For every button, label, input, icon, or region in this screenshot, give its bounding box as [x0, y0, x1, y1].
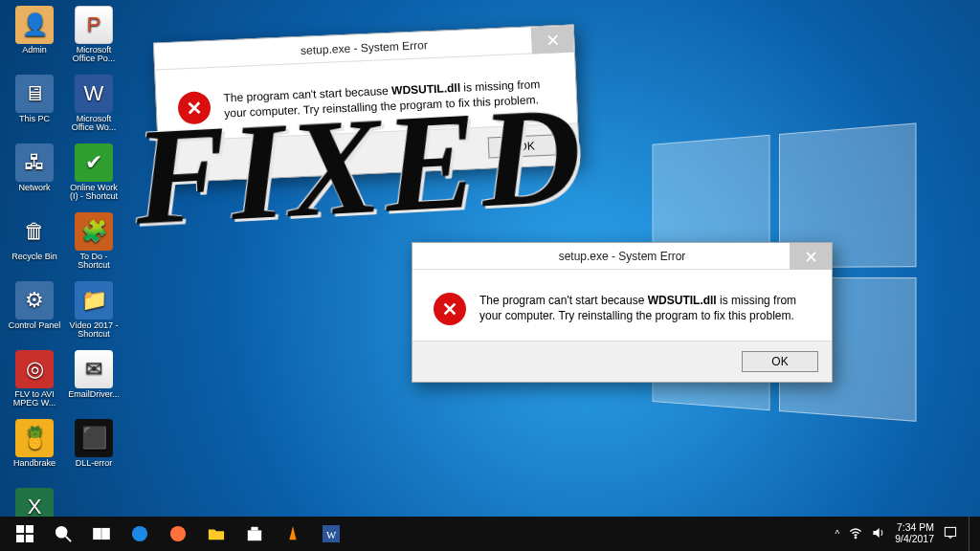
folder-icon: [208, 525, 225, 542]
svg-point-13: [855, 537, 856, 538]
svg-point-7: [132, 526, 147, 541]
dialog2-ok-button[interactable]: OK: [742, 351, 818, 372]
desktop-icon-todo[interactable]: 🧩To Do - Shortcut: [65, 212, 122, 279]
close-icon: [806, 252, 816, 262]
task-view-icon: [93, 525, 110, 542]
tray-chevron-icon[interactable]: ^: [835, 529, 839, 540]
system-tray: ^ 7:34 PM 9/4/2017: [835, 522, 963, 544]
tray-action-center-icon[interactable]: [944, 526, 957, 541]
desktop-icon-emaildriver[interactable]: ✉EmailDriver...: [65, 350, 122, 417]
svg-rect-6: [102, 529, 109, 540]
svg-rect-1: [26, 525, 33, 533]
dialog2-title: setup.exe - System Error: [559, 250, 686, 263]
desktop-icon-grid: 👤Admin PMicrosoft Office Po... 🖥This PC …: [6, 6, 122, 551]
taskbar-app-firefox[interactable]: [159, 517, 197, 551]
edge-icon: [131, 525, 148, 542]
svg-point-4: [56, 527, 67, 538]
show-desktop-button[interactable]: [969, 517, 974, 551]
taskbar-app-word[interactable]: W: [312, 517, 350, 551]
dialog1-close-button[interactable]: [531, 26, 574, 55]
search-icon: [55, 525, 72, 542]
speaker-icon: [872, 526, 885, 540]
desktop-icon-powerpoint[interactable]: PMicrosoft Office Po...: [65, 6, 122, 73]
desktop-icon-handbrake[interactable]: 🍍Handbrake: [6, 419, 63, 486]
tray-volume-icon[interactable]: [872, 526, 885, 541]
tray-date: 9/4/2017: [895, 534, 934, 545]
taskbar-app-file-explorer[interactable]: [197, 517, 235, 551]
svg-rect-5: [94, 529, 100, 540]
error-icon: [434, 293, 466, 325]
desktop-icon-this-pc[interactable]: 🖥This PC: [6, 75, 63, 142]
svg-rect-0: [16, 525, 24, 533]
desktop-icon-network[interactable]: 🖧Network: [6, 143, 63, 210]
desktop-icon-online-work[interactable]: ✔Online Work (I) - Shortcut: [65, 143, 122, 210]
tray-network-icon[interactable]: [849, 526, 862, 541]
vlc-icon: [284, 525, 301, 542]
svg-rect-10: [251, 527, 257, 531]
wifi-icon: [849, 526, 862, 540]
error-icon: [177, 91, 211, 124]
firefox-icon: [169, 525, 187, 542]
start-button[interactable]: [6, 517, 44, 551]
tray-clock[interactable]: 7:34 PM 9/4/2017: [895, 522, 934, 544]
desktop-icon-dll-error[interactable]: ⬛DLL-error: [65, 419, 122, 486]
dialog2-body: The program can't start because WDSUTIL.…: [412, 270, 832, 341]
svg-rect-14: [945, 527, 955, 536]
task-view-button[interactable]: [82, 517, 121, 551]
desktop-icon-flv-to-avi[interactable]: ◎FLV to AVI MPEG W...: [6, 350, 63, 417]
close-icon: [547, 34, 558, 45]
taskbar: W ^ 7:34 PM 9/4/2017: [0, 517, 980, 551]
taskbar-app-edge[interactable]: [121, 517, 159, 551]
desktop-icon-admin[interactable]: 👤Admin: [6, 6, 63, 73]
dialog1-ok-button[interactable]: OK: [488, 134, 566, 158]
svg-rect-3: [26, 535, 33, 542]
error-dialog-1[interactable]: setup.exe - System Error The program can…: [153, 24, 580, 183]
desktop-icon-recycle-bin[interactable]: 🗑Recycle Bin: [6, 212, 63, 279]
error-dialog-2[interactable]: setup.exe - System Error The program can…: [412, 242, 833, 383]
windows-logo-icon: [16, 525, 33, 542]
desktop-icon-control-panel[interactable]: ⚙Control Panel: [6, 281, 63, 348]
svg-rect-9: [248, 530, 261, 540]
svg-rect-2: [16, 535, 24, 542]
dialog2-close-button[interactable]: [790, 243, 832, 270]
dialog1-title: setup.exe - System Error: [301, 38, 428, 57]
dialog2-message: The program can't start because WDSUTIL.…: [479, 293, 811, 325]
store-icon: [246, 525, 263, 542]
dialog1-message: The program can't start because WDSUTIL.…: [223, 76, 555, 122]
word-icon: W: [323, 525, 340, 542]
taskbar-app-vlc[interactable]: [274, 517, 312, 551]
desktop-icon-word[interactable]: WMicrosoft Office Wo...: [65, 75, 122, 142]
search-button[interactable]: [44, 517, 82, 551]
svg-point-8: [170, 526, 186, 541]
notification-icon: [944, 526, 957, 540]
dialog2-titlebar[interactable]: setup.exe - System Error: [412, 243, 832, 270]
svg-text:W: W: [326, 529, 337, 540]
desktop-icon-video-2017[interactable]: 📁Video 2017 - Shortcut: [65, 281, 122, 348]
taskbar-app-store[interactable]: [235, 517, 274, 551]
